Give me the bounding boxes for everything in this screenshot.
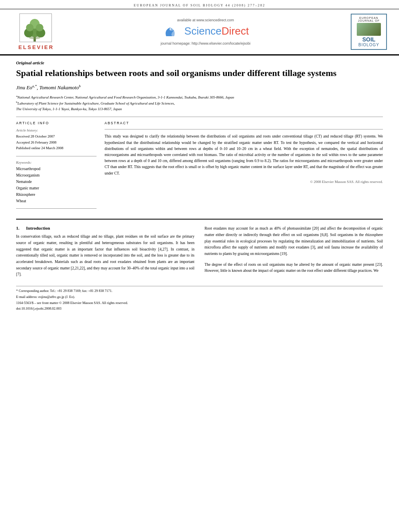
article-type-label: Original article <box>16 60 383 65</box>
keyword-microarthropod: Microarthropod <box>16 166 97 172</box>
doi-note: doi:10.1016/j.ejsobi.2008.02.003 <box>16 306 383 311</box>
article-info-col: ARTICLE INFO Article history: Received 2… <box>16 121 97 213</box>
keyword-wheat: Wheat <box>16 198 97 204</box>
body-content: 1. Introduction In conservation tillage,… <box>16 226 383 278</box>
article-history: Article history: Received 28 October 200… <box>16 128 97 151</box>
divider-keywords <box>16 156 97 156</box>
introduction-heading: 1. Introduction <box>16 226 195 230</box>
footnotes: * Corresponding author. Tel.: +81 29 838… <box>16 286 383 311</box>
page: European Journal of Soil Biology 44 (200… <box>0 0 399 532</box>
soil-biology-box: EUROPEAN JOURNAL OF SOIL BIOLOGY <box>351 14 387 50</box>
article-info-abstract: ARTICLE INFO Article history: Received 2… <box>16 121 383 213</box>
copyright: © 2008 Elsevier Masson SAS. All rights r… <box>105 180 383 184</box>
divider-below-keywords <box>16 208 97 209</box>
sciencedirect-text: ScienceDirect <box>184 25 249 37</box>
section-number: 1. <box>16 226 19 230</box>
keyword-organic-matter: Organic matter <box>16 185 97 191</box>
keywords-section: Keywords: Microarthropod Microorganism N… <box>16 160 97 205</box>
body-left-col: 1. Introduction In conservation tillage,… <box>16 226 195 278</box>
keyword-nematode: Nematode <box>16 179 97 185</box>
sciencedirect-logo: ScienceDirect <box>162 24 249 38</box>
published-date: Published online 24 March 2008 <box>16 145 97 151</box>
intro-paragraph-2: Root exudates may account for as much as… <box>205 226 383 257</box>
sb-top-text: EUROPEAN JOURNAL OF <box>354 16 384 22</box>
intro-paragraph-1: In conservation tillage, such as reduced… <box>16 234 195 278</box>
abstract-col: ABSTRACT This study was designed to clar… <box>105 121 383 213</box>
divider-1 <box>16 117 383 117</box>
article-info-heading: ARTICLE INFO <box>16 121 97 125</box>
elsevier-logo: ELSEVIER <box>12 13 60 50</box>
author-jinu-eo: Jinu Eoa,* <box>16 84 37 90</box>
article-content: Original article Spatial relationships b… <box>0 55 399 532</box>
affiliations: aNational Agricultural Research Center, … <box>16 94 383 112</box>
corresponding-author-note: * Corresponding author. Tel.: +81 29 838… <box>16 288 383 294</box>
article-title: Spatial relationships between roots and … <box>16 68 383 79</box>
center-logo: available at www.sciencedirect.com Scien… <box>60 18 351 45</box>
author-tomomi-nakamoto: Tomomi Nakamotob <box>39 84 81 90</box>
keyword-microorganism: Microorganism <box>16 172 97 179</box>
intro-paragraph-3: The degree of the effect of roots on soi… <box>205 262 383 274</box>
elsevier-text-logo: ELSEVIER <box>19 44 54 50</box>
sb-cover-image <box>357 23 381 36</box>
received-date: Received 28 October 2007 <box>16 134 97 139</box>
section-title-introduction: Introduction <box>26 226 50 230</box>
abstract-text: This study was designed to clarify the r… <box>105 134 383 176</box>
sb-title-soil: SOIL <box>362 37 376 43</box>
journal-url: journal homepage: http://www.elsevier.co… <box>160 41 251 45</box>
logo-bar: ELSEVIER available at www.sciencedirect.… <box>0 9 399 55</box>
affiliation-b: bLaboratory of Plant Science for Sustain… <box>16 100 383 112</box>
svg-point-7 <box>36 24 43 31</box>
abstract-divider <box>105 129 383 129</box>
email-note: E-mail address: eojinu@affrc.go.jp (J. E… <box>16 294 383 300</box>
affiliation-a: aNational Agricultural Research Center, … <box>16 94 383 101</box>
elsevier-tree-icon <box>18 13 54 43</box>
journal-header: European Journal of Soil Biology 44 (200… <box>0 0 399 9</box>
history-label: Article history: <box>16 128 97 132</box>
available-text: available at www.sciencedirect.com <box>177 18 234 22</box>
sd-leaf-icon <box>162 24 182 38</box>
svg-point-6 <box>26 24 34 31</box>
abstract-heading: ABSTRACT <box>105 121 383 125</box>
issn-text: 1164-5563/$ – see front matter © 2008 El… <box>16 301 128 305</box>
body-divider <box>16 219 383 220</box>
authors: Jinu Eoa,*, Tomomi Nakamotob <box>16 84 383 91</box>
email-text: E-mail address: eojinu@affrc.go.jp (J. E… <box>16 295 75 299</box>
body-right-col: Root exudates may account for as much as… <box>205 226 383 278</box>
sb-subtitle-biology: BIOLOGY <box>358 43 379 47</box>
keyword-rhizosphere: Rhizosphere <box>16 191 97 198</box>
keywords-label: Keywords: <box>16 160 97 164</box>
doi-text: doi:10.1016/j.ejsobi.2008.02.003 <box>16 306 62 310</box>
issn-note: 1164-5563/$ – see front matter © 2008 El… <box>16 300 383 306</box>
accepted-date: Accepted 26 February 2008 <box>16 140 97 145</box>
journal-title: European Journal of Soil Biology 44 (200… <box>134 3 265 7</box>
corresponding-author-text: * Corresponding author. Tel.: +81 29 838… <box>16 289 113 293</box>
